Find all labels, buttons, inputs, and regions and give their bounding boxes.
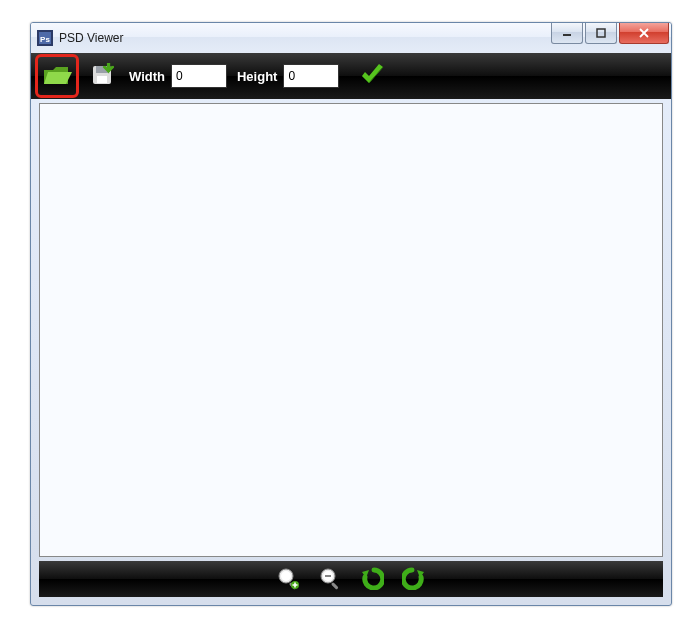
application-window: Ps PSD Viewer (30, 22, 672, 606)
image-canvas (39, 103, 663, 557)
maximize-button[interactable] (585, 23, 617, 44)
svg-text:Ps: Ps (40, 35, 50, 44)
annotation-highlight (35, 54, 79, 98)
apply-size-button[interactable] (355, 59, 389, 93)
width-input[interactable] (171, 64, 227, 88)
svg-rect-14 (331, 582, 339, 590)
rotate-left-icon (360, 566, 384, 593)
rotate-right-button[interactable] (400, 565, 428, 593)
width-label: Width (129, 69, 165, 84)
zoom-out-button[interactable] (316, 565, 344, 593)
minimize-button[interactable] (551, 23, 583, 44)
zoom-in-button[interactable] (274, 565, 302, 593)
svg-rect-7 (97, 76, 107, 83)
svg-point-9 (281, 571, 291, 581)
rotate-left-button[interactable] (358, 565, 386, 593)
height-input[interactable] (283, 64, 339, 88)
svg-rect-4 (597, 29, 605, 37)
save-file-button[interactable] (85, 59, 119, 93)
checkmark-icon (359, 62, 385, 91)
open-file-button[interactable] (40, 59, 74, 93)
rotate-right-icon (402, 566, 426, 593)
zoom-in-icon (276, 566, 300, 593)
window-controls (549, 23, 669, 44)
app-icon: Ps (37, 30, 53, 46)
bottom-toolbar (39, 561, 663, 597)
zoom-out-icon (318, 566, 342, 593)
close-button[interactable] (619, 23, 669, 44)
height-label: Height (237, 69, 277, 84)
top-toolbar: Width Height (31, 53, 671, 99)
window-title: PSD Viewer (59, 31, 123, 45)
save-icon (90, 63, 114, 90)
folder-open-icon (42, 62, 72, 91)
svg-rect-3 (563, 34, 571, 36)
titlebar: Ps PSD Viewer (31, 23, 671, 53)
